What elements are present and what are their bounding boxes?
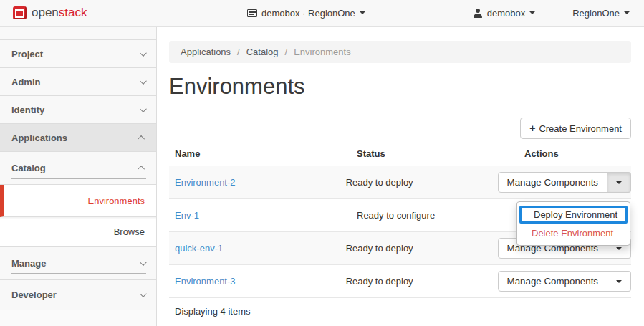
- environment-status-cell: Ready to deploy: [340, 243, 498, 254]
- column-header-actions: Actions: [519, 143, 631, 166]
- breadcrumb-applications[interactable]: Applications: [181, 47, 231, 57]
- sidebar-item-environments[interactable]: Environments: [0, 185, 156, 217]
- environment-status-cell: Ready to configure: [351, 210, 519, 221]
- deploy-environment-menu-item[interactable]: Deploy Environment: [519, 206, 628, 224]
- main-content: Applications / Catalog / Environments En…: [158, 27, 644, 326]
- actions-dropdown-menu: Deploy Environment Delete Environment: [516, 201, 630, 246]
- table-header-row: Name Status Actions: [169, 143, 631, 166]
- environment-link[interactable]: quick-env-1: [175, 243, 223, 254]
- breadcrumb-separator: /: [285, 47, 288, 57]
- breadcrumb-separator: /: [237, 47, 240, 57]
- environment-status-cell: Ready to deploy: [340, 276, 498, 287]
- sidebar-item-label: Identity: [11, 105, 44, 115]
- plus-icon: +: [529, 123, 535, 134]
- caret-down-icon: [616, 280, 622, 283]
- chevron-down-icon: [140, 105, 147, 112]
- environment-name-cell: Environment-3: [169, 276, 340, 287]
- breadcrumb: Applications / Catalog / Environments: [169, 41, 631, 63]
- environment-actions-cell: Manage Components Deploy Environment Del…: [498, 172, 631, 193]
- logo-text-stack: stack: [59, 6, 87, 20]
- sidebar-item-admin[interactable]: Admin: [0, 68, 156, 96]
- sidebar-item-label: Project: [11, 49, 43, 59]
- chevron-down-icon: [360, 11, 365, 14]
- sidebar-item-label: Applications: [11, 133, 67, 143]
- environment-name-cell: quick-env-1: [169, 243, 340, 254]
- openstack-logo: openstack: [13, 6, 87, 20]
- sidebar-item-catalog[interactable]: Catalog: [0, 152, 156, 185]
- actions-dropdown-toggle[interactable]: [607, 271, 631, 292]
- sidebar-item-manage[interactable]: Manage: [0, 247, 156, 280]
- breadcrumb-current: Environments: [294, 47, 350, 57]
- table-toolbar: + Create Environment: [169, 118, 631, 139]
- user-icon: [474, 9, 483, 18]
- table-footer-count: Displaying 4 items: [169, 298, 631, 325]
- sidebar-item-label: Environments: [88, 196, 145, 206]
- region-menu[interactable]: RegionOne: [572, 8, 630, 19]
- page-title: Environments: [169, 74, 631, 100]
- logo-text-open: open: [32, 6, 59, 20]
- project-panel-icon: [247, 9, 257, 17]
- project-region-label: demobox · RegionOne: [261, 8, 355, 19]
- user-menu-label: demobox: [487, 8, 525, 19]
- sidebar-item-label: Catalog: [11, 163, 46, 173]
- sidebar-item-applications[interactable]: Applications: [0, 124, 156, 152]
- chevron-down-icon: [140, 259, 147, 266]
- manage-components-button[interactable]: Manage Components: [498, 271, 607, 292]
- top-navbar: openstack demobox · RegionOne demobox Re…: [0, 0, 644, 27]
- sidebar-item-label: Admin: [11, 77, 40, 87]
- actions-split-button: Manage Components: [498, 271, 631, 292]
- create-environment-button[interactable]: + Create Environment: [520, 118, 631, 139]
- caret-down-icon: [616, 247, 622, 250]
- delete-environment-menu-item[interactable]: Delete Environment: [517, 225, 630, 241]
- breadcrumb-catalog[interactable]: Catalog: [246, 47, 279, 57]
- chevron-down-icon: [624, 11, 630, 14]
- topbar-right-group: demobox RegionOne: [474, 8, 644, 19]
- chevron-up-icon: [138, 166, 145, 173]
- sidebar-item-developer[interactable]: Developer: [0, 280, 156, 310]
- chevron-down-icon: [140, 49, 147, 57]
- actions-split-button: Manage Components: [498, 172, 631, 193]
- table-row: Environment-3 Ready to deploy Manage Com…: [169, 265, 631, 298]
- sidebar-item-project[interactable]: Project: [0, 40, 156, 68]
- sidebar-item-label: Developer: [11, 289, 57, 300]
- environment-name-cell: Env-1: [169, 210, 351, 221]
- region-menu-label: RegionOne: [572, 8, 620, 19]
- environments-table: Name Status Actions Environment-2 Ready …: [169, 143, 631, 325]
- chevron-down-icon: [140, 77, 147, 85]
- chevron-down-icon: [140, 290, 147, 297]
- sidebar-item-label: Manage: [11, 258, 46, 269]
- caret-down-icon: [616, 181, 622, 184]
- column-header-status: Status: [351, 143, 519, 166]
- chevron-up-icon: [138, 135, 145, 142]
- environment-link[interactable]: Environment-2: [175, 177, 236, 188]
- sidebar-item-browse[interactable]: Browse: [0, 217, 156, 247]
- table-row: Environment-2 Ready to deploy Manage Com…: [169, 166, 631, 199]
- manage-components-button[interactable]: Manage Components: [498, 172, 607, 193]
- environment-actions-cell: Manage Components: [498, 271, 631, 292]
- chevron-down-icon: [529, 11, 535, 14]
- environment-name-cell: Environment-2: [169, 177, 340, 188]
- environment-status-cell: Ready to deploy: [340, 177, 498, 188]
- openstack-cube-icon: [13, 6, 27, 19]
- project-region-switcher[interactable]: demobox · RegionOne: [247, 0, 365, 26]
- sidebar-item-label: Browse: [114, 226, 145, 237]
- user-menu[interactable]: demobox: [474, 8, 535, 19]
- sidebar-nav: Project Admin Identity Applications Cata…: [0, 27, 157, 326]
- environment-link[interactable]: Environment-3: [175, 276, 236, 287]
- sidebar-item-identity[interactable]: Identity: [0, 96, 156, 124]
- sidebar-top-strip: [0, 27, 156, 40]
- environment-link[interactable]: Env-1: [175, 210, 199, 221]
- actions-dropdown-toggle[interactable]: [607, 172, 631, 193]
- create-environment-label: Create Environment: [539, 123, 622, 134]
- column-header-name: Name: [169, 143, 351, 166]
